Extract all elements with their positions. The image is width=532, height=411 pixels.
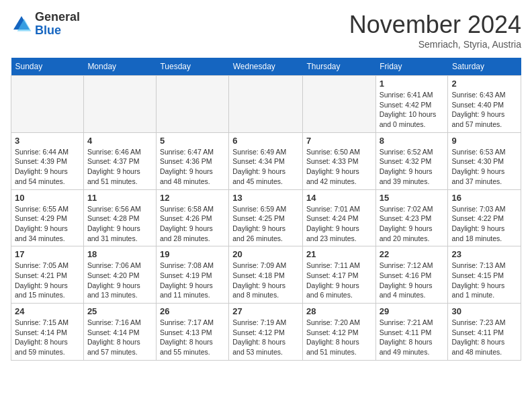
- day-number: 28: [306, 306, 372, 316]
- day-number: 26: [160, 306, 225, 316]
- day-number: 10: [15, 193, 80, 203]
- calendar-cell: 28Sunrise: 7:20 AM Sunset: 4:12 PM Dayli…: [302, 304, 375, 361]
- day-info: Sunrise: 7:20 AM Sunset: 4:12 PM Dayligh…: [306, 318, 372, 357]
- day-number: 14: [306, 193, 372, 203]
- day-number: 9: [451, 136, 517, 146]
- title-block: November 2024 Semriach, Styria, Austria: [349, 11, 521, 50]
- day-number: 2: [451, 79, 517, 89]
- calendar-cell: 23Sunrise: 7:13 AM Sunset: 4:15 PM Dayli…: [448, 246, 521, 304]
- calendar-cell: 10Sunrise: 6:55 AM Sunset: 4:29 PM Dayli…: [11, 189, 84, 246]
- day-info: Sunrise: 7:17 AM Sunset: 4:13 PM Dayligh…: [160, 318, 225, 357]
- day-info: Sunrise: 6:46 AM Sunset: 4:37 PM Dayligh…: [87, 147, 152, 187]
- day-number: 25: [87, 306, 152, 316]
- day-info: Sunrise: 7:13 AM Sunset: 4:15 PM Dayligh…: [451, 261, 517, 300]
- calendar-cell: 11Sunrise: 6:56 AM Sunset: 4:28 PM Dayli…: [83, 189, 156, 246]
- calendar-cell: 13Sunrise: 6:59 AM Sunset: 4:25 PM Dayli…: [229, 189, 303, 246]
- day-info: Sunrise: 6:55 AM Sunset: 4:29 PM Dayligh…: [15, 204, 80, 244]
- page-header: General Blue November 2024 Semriach, Sty…: [11, 11, 521, 50]
- calendar-cell: 8Sunrise: 6:52 AM Sunset: 4:32 PM Daylig…: [375, 132, 448, 189]
- calendar-cell: 3Sunrise: 6:44 AM Sunset: 4:39 PM Daylig…: [11, 132, 84, 189]
- calendar-cell: 12Sunrise: 6:58 AM Sunset: 4:26 PM Dayli…: [156, 189, 228, 246]
- calendar-cell: [229, 76, 303, 133]
- day-number: 19: [160, 249, 225, 259]
- day-number: 8: [380, 136, 445, 146]
- calendar-cell: 5Sunrise: 6:47 AM Sunset: 4:36 PM Daylig…: [156, 132, 228, 189]
- day-number: 16: [451, 193, 517, 203]
- day-number: 22: [380, 249, 445, 259]
- day-number: 27: [232, 306, 299, 316]
- day-number: 1: [380, 79, 445, 89]
- calendar-cell: 17Sunrise: 7:05 AM Sunset: 4:21 PM Dayli…: [11, 246, 84, 304]
- calendar-cell: 19Sunrise: 7:08 AM Sunset: 4:19 PM Dayli…: [156, 246, 228, 304]
- day-info: Sunrise: 7:02 AM Sunset: 4:23 PM Dayligh…: [380, 204, 445, 244]
- calendar-week-1: 1Sunrise: 6:41 AM Sunset: 4:42 PM Daylig…: [11, 76, 521, 133]
- day-info: Sunrise: 7:09 AM Sunset: 4:18 PM Dayligh…: [232, 261, 299, 300]
- calendar-cell: 4Sunrise: 6:46 AM Sunset: 4:37 PM Daylig…: [83, 132, 156, 189]
- logo-text: General Blue: [35, 11, 80, 38]
- day-info: Sunrise: 6:59 AM Sunset: 4:25 PM Dayligh…: [232, 204, 299, 244]
- day-info: Sunrise: 7:15 AM Sunset: 4:14 PM Dayligh…: [15, 318, 80, 357]
- day-number: 20: [232, 249, 299, 259]
- calendar-cell: 16Sunrise: 7:03 AM Sunset: 4:22 PM Dayli…: [448, 189, 521, 246]
- day-number: 24: [15, 306, 80, 316]
- calendar-cell: 24Sunrise: 7:15 AM Sunset: 4:14 PM Dayli…: [11, 304, 84, 361]
- calendar-cell: 9Sunrise: 6:53 AM Sunset: 4:30 PM Daylig…: [448, 132, 521, 189]
- calendar-cell: 30Sunrise: 7:23 AM Sunset: 4:11 PM Dayli…: [448, 304, 521, 361]
- calendar-cell: 7Sunrise: 6:50 AM Sunset: 4:33 PM Daylig…: [302, 132, 375, 189]
- day-info: Sunrise: 7:19 AM Sunset: 4:12 PM Dayligh…: [232, 318, 299, 357]
- day-number: 4: [87, 136, 152, 146]
- day-info: Sunrise: 6:56 AM Sunset: 4:28 PM Dayligh…: [87, 204, 152, 244]
- calendar-cell: 22Sunrise: 7:12 AM Sunset: 4:16 PM Dayli…: [375, 246, 448, 304]
- day-number: 18: [87, 249, 152, 259]
- day-info: Sunrise: 7:05 AM Sunset: 4:21 PM Dayligh…: [15, 261, 80, 300]
- calendar-cell: 2Sunrise: 6:43 AM Sunset: 4:40 PM Daylig…: [448, 76, 521, 133]
- day-number: 6: [232, 136, 299, 146]
- calendar-table: SundayMondayTuesdayWednesdayThursdayFrid…: [11, 58, 521, 361]
- logo-icon: [11, 13, 32, 35]
- day-number: 21: [306, 249, 372, 259]
- day-number: 5: [160, 136, 225, 146]
- day-info: Sunrise: 6:52 AM Sunset: 4:32 PM Dayligh…: [380, 147, 445, 187]
- day-number: 11: [87, 193, 152, 203]
- calendar-week-5: 24Sunrise: 7:15 AM Sunset: 4:14 PM Dayli…: [11, 304, 521, 361]
- day-number: 12: [160, 193, 225, 203]
- day-number: 29: [380, 306, 445, 316]
- weekday-header-friday: Friday: [375, 58, 448, 76]
- month-title: November 2024: [349, 11, 521, 39]
- day-info: Sunrise: 6:47 AM Sunset: 4:36 PM Dayligh…: [160, 147, 225, 187]
- day-info: Sunrise: 7:01 AM Sunset: 4:24 PM Dayligh…: [306, 204, 372, 244]
- day-number: 7: [306, 136, 372, 146]
- day-number: 30: [451, 306, 517, 316]
- day-number: 17: [15, 249, 80, 259]
- day-info: Sunrise: 6:41 AM Sunset: 4:42 PM Dayligh…: [380, 90, 445, 130]
- calendar-cell: 14Sunrise: 7:01 AM Sunset: 4:24 PM Dayli…: [302, 189, 375, 246]
- calendar-cell: 15Sunrise: 7:02 AM Sunset: 4:23 PM Dayli…: [375, 189, 448, 246]
- day-info: Sunrise: 7:23 AM Sunset: 4:11 PM Dayligh…: [451, 318, 517, 357]
- weekday-header-monday: Monday: [83, 58, 156, 76]
- day-info: Sunrise: 7:08 AM Sunset: 4:19 PM Dayligh…: [160, 261, 225, 300]
- day-number: 13: [232, 193, 299, 203]
- calendar-cell: [83, 76, 156, 133]
- day-info: Sunrise: 6:50 AM Sunset: 4:33 PM Dayligh…: [306, 147, 372, 187]
- calendar-cell: [302, 76, 375, 133]
- calendar-cell: 26Sunrise: 7:17 AM Sunset: 4:13 PM Dayli…: [156, 304, 228, 361]
- day-number: 15: [380, 193, 445, 203]
- day-info: Sunrise: 7:11 AM Sunset: 4:17 PM Dayligh…: [306, 261, 372, 300]
- day-info: Sunrise: 6:43 AM Sunset: 4:40 PM Dayligh…: [451, 90, 517, 130]
- calendar-cell: 1Sunrise: 6:41 AM Sunset: 4:42 PM Daylig…: [375, 76, 448, 133]
- calendar-cell: 25Sunrise: 7:16 AM Sunset: 4:14 PM Dayli…: [83, 304, 156, 361]
- weekday-header-saturday: Saturday: [448, 58, 521, 76]
- day-info: Sunrise: 6:53 AM Sunset: 4:30 PM Dayligh…: [451, 147, 517, 187]
- calendar-cell: 21Sunrise: 7:11 AM Sunset: 4:17 PM Dayli…: [302, 246, 375, 304]
- logo: General Blue: [11, 11, 80, 38]
- weekday-header-wednesday: Wednesday: [229, 58, 303, 76]
- weekday-header-sunday: Sunday: [11, 58, 84, 76]
- calendar-week-4: 17Sunrise: 7:05 AM Sunset: 4:21 PM Dayli…: [11, 246, 521, 304]
- day-info: Sunrise: 7:12 AM Sunset: 4:16 PM Dayligh…: [380, 261, 445, 300]
- day-info: Sunrise: 6:44 AM Sunset: 4:39 PM Dayligh…: [15, 147, 80, 187]
- calendar-cell: 27Sunrise: 7:19 AM Sunset: 4:12 PM Dayli…: [229, 304, 303, 361]
- day-info: Sunrise: 7:21 AM Sunset: 4:11 PM Dayligh…: [380, 318, 445, 357]
- day-info: Sunrise: 7:06 AM Sunset: 4:20 PM Dayligh…: [87, 261, 152, 300]
- calendar-cell: [11, 76, 84, 133]
- calendar-week-2: 3Sunrise: 6:44 AM Sunset: 4:39 PM Daylig…: [11, 132, 521, 189]
